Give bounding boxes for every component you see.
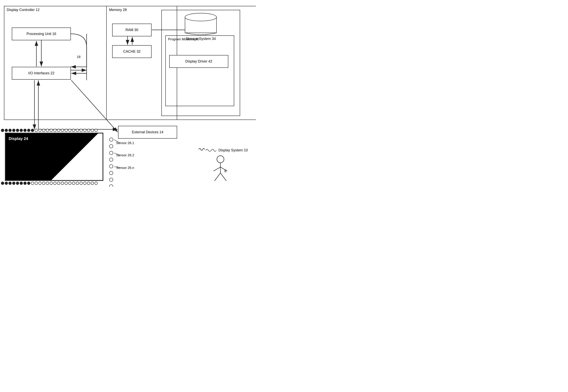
dot (57, 129, 60, 132)
display-controller-label: Display Controller 12 (7, 8, 40, 12)
processing-unit-box: Processing Unit 16 (12, 28, 71, 40)
dot (23, 129, 27, 132)
stick-figure (209, 155, 232, 186)
dot (61, 182, 64, 185)
dot (35, 129, 38, 132)
io-interfaces-box: I/O Interfaces 22 (12, 67, 71, 80)
dot (12, 182, 15, 185)
dot (94, 129, 98, 132)
dot (16, 129, 19, 132)
dot (94, 182, 98, 185)
dot (91, 182, 94, 185)
display-system-text: Display System 10 (218, 148, 248, 152)
display-24-label: Display 24 (9, 136, 28, 141)
dot (16, 182, 19, 185)
dot (50, 182, 53, 185)
display-system-label: Display System 10 (205, 147, 248, 153)
dot (53, 182, 57, 185)
dot (50, 129, 53, 132)
sensor-bracket-svg (109, 138, 125, 177)
dot (65, 129, 68, 132)
dot (1, 182, 4, 185)
external-devices-label: External Devices 14 (132, 130, 163, 134)
dot (5, 182, 8, 185)
dot (38, 182, 42, 185)
display-panel: Display 24 (5, 133, 103, 181)
dot (83, 129, 86, 132)
cache-label: CACHE 32 (123, 50, 140, 54)
dot (76, 129, 79, 132)
dot (87, 182, 90, 185)
stick-figure-svg (209, 155, 232, 185)
dot (72, 129, 75, 132)
dot (42, 182, 45, 185)
dot (65, 182, 68, 185)
dot (27, 129, 30, 132)
dot (68, 182, 72, 185)
dot (91, 129, 94, 132)
sensor-circle (109, 178, 113, 182)
storage-cylinder-svg (181, 12, 220, 36)
dot (57, 182, 60, 185)
dot (12, 129, 15, 132)
memory-label: Memory 28 (109, 8, 127, 12)
ram-box: RAM 30 (112, 24, 151, 36)
dot (31, 182, 34, 185)
dot (8, 129, 12, 132)
dot (72, 182, 75, 185)
external-devices-box: External Devices 14 (118, 126, 177, 139)
svg-point-18 (185, 13, 216, 21)
sensor-circle (109, 184, 113, 187)
display-driver-label: Display Driver 42 (185, 59, 212, 64)
dot (20, 129, 23, 132)
dot-row-top-filled (1, 129, 98, 132)
svg-line-21 (114, 167, 120, 168)
dot (35, 182, 38, 185)
ram-label: RAM 30 (125, 28, 138, 32)
svg-line-19 (114, 140, 120, 143)
dot (20, 182, 23, 185)
svg-line-26 (214, 173, 220, 181)
dot (79, 182, 83, 185)
svg-line-27 (220, 173, 226, 181)
io-interfaces-label: I/O Interfaces 22 (28, 71, 54, 75)
program-modules-label: Program Modules 40 (168, 37, 199, 41)
dot (68, 129, 72, 132)
display-triangle (51, 133, 103, 180)
svg-line-20 (114, 153, 120, 155)
dot (87, 129, 90, 132)
dot (83, 182, 86, 185)
dot (53, 129, 57, 132)
svg-point-22 (217, 156, 224, 163)
svg-line-24 (213, 167, 220, 171)
dot (46, 182, 49, 185)
dot (46, 129, 49, 132)
display-panel-container: Display 24 (1, 129, 111, 185)
label-18: 18 (77, 55, 80, 59)
dot (27, 182, 30, 185)
dot (5, 129, 8, 132)
dot (31, 129, 34, 132)
dot (79, 129, 83, 132)
program-modules-box: Program Modules 40 (165, 35, 234, 106)
dot (38, 129, 42, 132)
dot-row-bottom (1, 182, 98, 185)
dot (1, 129, 4, 132)
processing-unit-label: Processing Unit 16 (26, 32, 56, 36)
dot (42, 129, 45, 132)
cache-box: CACHE 32 (112, 45, 151, 58)
display-driver-box: Display Driver 42 (169, 55, 228, 68)
diagram: Display Controller 12 Memory 28 Storage … (0, 0, 256, 187)
dot (61, 129, 64, 132)
dot (8, 182, 12, 185)
squiggle-svg (205, 147, 216, 153)
label-8: 8 (224, 169, 226, 173)
dot (23, 182, 27, 185)
dot (76, 182, 79, 185)
